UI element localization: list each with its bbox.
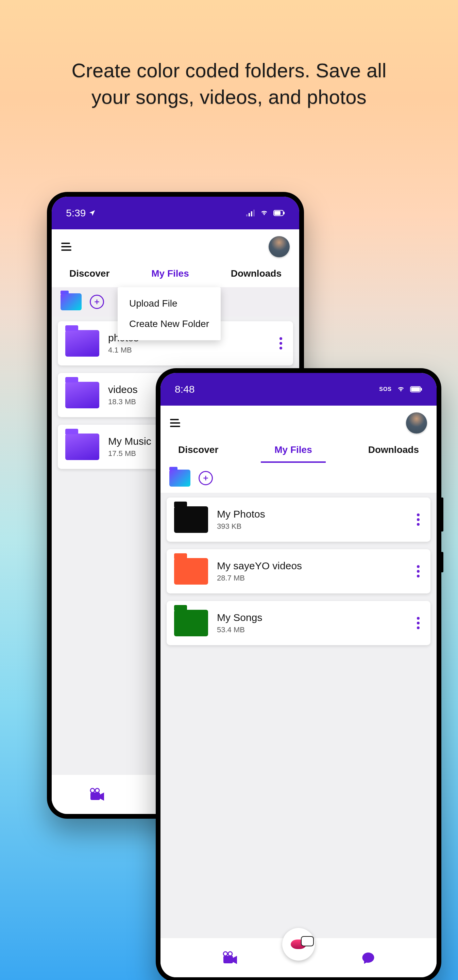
folder-icon	[65, 434, 99, 460]
nav-chat-button[interactable]	[361, 951, 376, 965]
svg-rect-1	[249, 213, 250, 216]
new-folder-icon[interactable]	[170, 469, 190, 487]
tab-downloads[interactable]: Downloads	[230, 266, 283, 281]
phone-screen-right: 8:48 SOS Discover My Files Downloads	[160, 373, 437, 977]
tab-discover[interactable]: Discover	[177, 442, 220, 457]
sos-indicator: SOS	[379, 386, 392, 392]
svg-rect-11	[411, 387, 420, 391]
promo-headline: Create color coded folders. Save all you…	[0, 57, 458, 111]
signal-icon	[246, 210, 255, 216]
folder-size: 28.7 MB	[217, 574, 405, 582]
more-button[interactable]	[276, 334, 285, 353]
folder-size: 53.4 MB	[217, 625, 405, 634]
phone-frame-right: 8:48 SOS Discover My Files Downloads	[156, 368, 441, 980]
add-button[interactable]	[198, 471, 213, 485]
svg-rect-5	[274, 211, 281, 215]
new-folder-icon[interactable]	[60, 293, 82, 310]
folder-size: 393 KB	[217, 522, 405, 531]
status-time: 8:48	[175, 383, 195, 395]
headline-line-2: your songs, videos, and photos	[0, 84, 458, 110]
svg-rect-2	[251, 211, 252, 216]
tab-my-files[interactable]: My Files	[150, 266, 190, 281]
headline-line-1: Create color coded folders. Save all	[0, 57, 458, 84]
svg-rect-0	[246, 215, 247, 216]
battery-icon	[273, 210, 285, 216]
menu-item-upload-file[interactable]: Upload File	[127, 293, 211, 314]
svg-point-14	[228, 952, 232, 956]
app-bar: Discover My Files Downloads	[52, 229, 299, 287]
tabs: Discover My Files Downloads	[61, 260, 290, 287]
menu-button[interactable]	[170, 419, 180, 427]
folder-icon	[174, 506, 208, 533]
tabs: Discover My Files Downloads	[170, 436, 427, 463]
svg-rect-6	[284, 212, 285, 215]
svg-rect-3	[253, 210, 255, 216]
app-bar: Discover My Files Downloads	[160, 406, 437, 463]
folder-icon	[174, 558, 208, 585]
folder-row[interactable]: My Photos 393 KB	[166, 498, 431, 542]
folder-name: My Photos	[217, 508, 405, 520]
svg-point-8	[95, 788, 99, 792]
logo-icon	[291, 940, 306, 949]
folder-name: My Songs	[217, 612, 405, 624]
folder-row[interactable]: My Songs 53.4 MB	[166, 601, 431, 645]
status-time-text: 8:48	[175, 383, 195, 395]
files-toolbar: Upload File Create New Folder	[52, 287, 299, 317]
menu-button[interactable]	[61, 243, 71, 251]
tab-my-files[interactable]: My Files	[273, 442, 313, 457]
folder-row[interactable]: My sayeYO videos 28.7 MB	[166, 549, 431, 593]
battery-icon	[410, 386, 422, 392]
add-button[interactable]	[90, 295, 104, 309]
svg-point-7	[90, 788, 95, 792]
folder-icon	[65, 382, 99, 408]
folder-icon	[174, 610, 208, 636]
menu-item-create-folder[interactable]: Create New Folder	[127, 314, 211, 334]
status-time-text: 5:39	[66, 207, 86, 219]
add-popup-menu: Upload File Create New Folder	[118, 287, 221, 340]
location-icon	[89, 209, 96, 217]
more-button[interactable]	[414, 614, 423, 633]
more-button[interactable]	[414, 562, 423, 581]
nav-center-button[interactable]	[282, 928, 315, 961]
avatar[interactable]	[406, 412, 427, 434]
nav-video-button[interactable]	[222, 951, 238, 965]
wifi-icon	[260, 210, 269, 216]
status-bar: 8:48 SOS	[160, 373, 437, 406]
folder-list: My Photos 393 KB My sayeYO videos 28.7 M…	[160, 493, 437, 938]
more-button[interactable]	[414, 510, 423, 529]
svg-rect-12	[421, 388, 422, 391]
tab-discover[interactable]: Discover	[68, 266, 111, 281]
bottom-nav	[160, 938, 437, 977]
tab-downloads[interactable]: Downloads	[367, 442, 420, 457]
nav-video-button[interactable]	[89, 788, 105, 801]
svg-point-13	[223, 952, 227, 956]
status-bar: 5:39	[52, 197, 299, 229]
svg-rect-9	[90, 792, 100, 800]
status-time: 5:39	[66, 207, 96, 219]
folder-icon	[65, 330, 99, 356]
folder-name: My sayeYO videos	[217, 560, 405, 572]
wifi-icon	[396, 386, 405, 393]
avatar[interactable]	[269, 236, 290, 257]
folder-size: 4.1 MB	[108, 346, 267, 355]
files-toolbar	[160, 463, 437, 493]
svg-rect-15	[223, 956, 233, 963]
